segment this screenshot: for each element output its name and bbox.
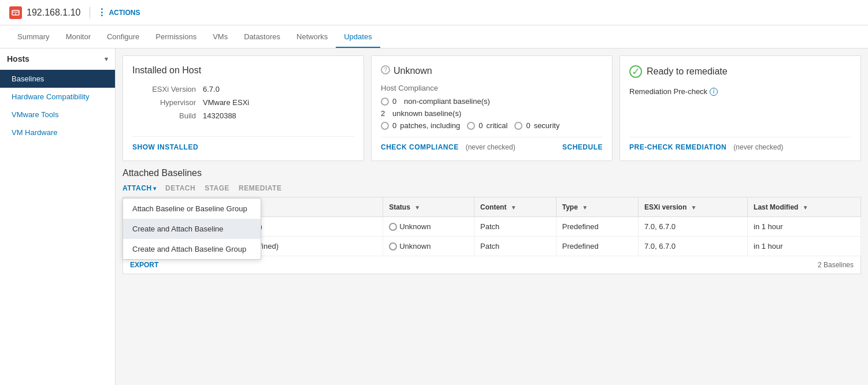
build-row: Build 14320388 (132, 111, 354, 120)
nav-tabs: Summary Monitor Configure Permissions VM… (0, 25, 868, 48)
col-type[interactable]: Type ▼ (556, 197, 638, 217)
security-count: 0 (526, 121, 530, 130)
type-filter-icon[interactable]: ▼ (582, 204, 588, 211)
row2-status: Unknown (383, 237, 474, 256)
col-content[interactable]: Content ▼ (474, 197, 557, 217)
unknown-card-body: Host Compliance 0 non-compliant baseline… (381, 84, 603, 130)
build-label: Build (132, 111, 196, 120)
sidebar-item-baselines[interactable]: Baselines (0, 70, 115, 88)
detach-button[interactable]: DETACH (165, 184, 195, 192)
non-compliant-label: non-compliant baseline(s) (404, 97, 490, 106)
tab-vms[interactable]: VMs (205, 27, 236, 48)
svg-point-2 (15, 13, 16, 14)
schedule-button[interactable]: SCHEDULE (562, 143, 603, 151)
attach-baseline-or-group-item[interactable]: Attach Baseline or Baseline Group (123, 199, 261, 219)
esxi-version-label: ESXi Version (132, 85, 196, 94)
remediate-card: ✓ Ready to remediate Remediation Pre-che… (620, 55, 861, 161)
hypervisor-label: Hypervisor (132, 98, 196, 107)
cards-row: Installed on Host ESXi Version 6.7.0 Hyp… (123, 55, 861, 161)
row2-esxi-version: 7.0, 6.7.0 (638, 237, 747, 256)
info-icon[interactable]: i (710, 88, 718, 96)
export-button[interactable]: EXPORT (130, 261, 158, 269)
sidebar: Hosts ▾ Baselines Hardware Compatibility… (0, 48, 116, 385)
sidebar-item-vm-hardware[interactable]: VM Hardware (0, 124, 115, 141)
sidebar-section-label: Hosts (7, 54, 29, 63)
patches-label: patches, including (400, 121, 460, 130)
check-compliance-button[interactable]: CHECK COMPLIANCE (381, 143, 459, 151)
row1-status: Unknown (383, 217, 474, 237)
row2-last-modified: in 1 hour (748, 237, 861, 256)
row1-last-modified: in 1 hour (748, 217, 861, 237)
attach-chevron-icon: ▾ (153, 185, 157, 192)
content-filter-icon[interactable]: ▼ (511, 204, 517, 211)
sidebar-item-vmware-tools[interactable]: VMware Tools (0, 106, 115, 124)
baselines-count: 2 Baselines (818, 261, 854, 269)
remediation-pre-check-label: Remediation Pre-check i (629, 87, 851, 96)
remediate-card-body: Remediation Pre-check i (629, 87, 851, 130)
remediate-never-checked: (never checked) (733, 143, 783, 151)
baselines-section-title: Attached Baselines (123, 168, 861, 178)
col-esxi-version[interactable]: ESXi version ▼ (638, 197, 747, 217)
col-content-label: Content (480, 203, 506, 211)
stage-button[interactable]: STAGE (205, 184, 229, 192)
esxi-version-filter-icon[interactable]: ▼ (691, 204, 697, 211)
col-esxi-version-label: ESXi version (644, 203, 687, 211)
actions-button[interactable]: ⋮ ACTIONS (97, 7, 140, 18)
show-installed-button[interactable]: SHOW INSTALLED (132, 143, 198, 151)
attach-dropdown: Attach Baseline or Baseline Group Create… (123, 198, 261, 260)
row1-status-text: Unknown (399, 222, 431, 231)
col-status[interactable]: Status ▼ (383, 197, 474, 217)
hypervisor-value: VMware ESXi (203, 98, 249, 107)
sidebar-section-hosts[interactable]: Hosts ▾ (0, 48, 115, 70)
row1-esxi-version: 7.0, 6.7.0 (638, 217, 747, 237)
row2-status-circle-icon (389, 242, 397, 251)
tab-datastores[interactable]: Datastores (236, 27, 288, 48)
unknown-count-row: 2 unknown baseline(s) (381, 109, 603, 118)
host-info-table: ESXi Version 6.7.0 Hypervisor VMware ESX… (132, 85, 354, 120)
attach-button[interactable]: ATTACH ▾ (123, 184, 156, 192)
unknown-count: 2 (381, 109, 389, 118)
installed-card-footer: SHOW INSTALLED (132, 136, 354, 151)
pre-check-remediation-button[interactable]: PRE-CHECK REMEDIATION (629, 143, 726, 151)
unknown-card-footer: CHECK COMPLIANCE (never checked) SCHEDUL… (381, 137, 603, 151)
row1-content: Patch (474, 217, 557, 237)
patches-circle-icon (381, 122, 389, 130)
col-last-modified-label: Last Modified (754, 203, 798, 211)
sidebar-item-hardware-compatibility[interactable]: Hardware Compatibility (0, 88, 115, 106)
baselines-section: Attached Baselines ATTACH ▾ DETACH STAGE… (123, 168, 861, 274)
remediation-label-text: Remediation Pre-check (629, 87, 707, 96)
create-and-attach-baseline-item[interactable]: Create and Attach Baseline (123, 219, 261, 239)
tab-permissions[interactable]: Permissions (147, 27, 205, 48)
check-compliance-area: CHECK COMPLIANCE (never checked) (381, 143, 515, 151)
tab-monitor[interactable]: Monitor (58, 27, 99, 48)
tab-networks[interactable]: Networks (288, 27, 336, 48)
host-ip: 192.168.1.10 (27, 8, 80, 18)
esxi-version-value: 6.7.0 (203, 85, 220, 94)
create-and-attach-baseline-group-item[interactable]: Create and Attach Baseline Group (123, 239, 261, 259)
svg-text:?: ? (384, 67, 387, 73)
check-circle-icon: ✓ (629, 65, 642, 78)
remediate-button[interactable]: REMEDIATE (239, 184, 281, 192)
chevron-down-icon: ▾ (105, 55, 108, 63)
col-status-label: Status (389, 203, 410, 211)
remediate-card-footer: PRE-CHECK REMEDIATION (never checked) (629, 137, 851, 151)
row2-status-text: Unknown (399, 242, 431, 251)
header: 192.168.1.10 ⋮ ACTIONS (0, 0, 868, 25)
col-last-modified[interactable]: Last Modified ▼ (748, 197, 861, 217)
row1-type: Predefined (556, 217, 638, 237)
patches-row: 0 patches, including 0 critical 0 securi… (381, 121, 603, 130)
row2-type: Predefined (556, 237, 638, 256)
baselines-toolbar: ATTACH ▾ DETACH STAGE REMEDIATE Attach B… (123, 184, 861, 192)
security-circle-icon (514, 122, 522, 130)
tab-updates[interactable]: Updates (336, 27, 380, 48)
row2-content: Patch (474, 237, 557, 256)
last-modified-filter-icon[interactable]: ▼ (803, 204, 808, 211)
patches-count: 0 (392, 121, 396, 130)
tab-configure[interactable]: Configure (99, 27, 147, 48)
pre-check-area: PRE-CHECK REMEDIATION (never checked) (629, 143, 783, 151)
status-filter-icon[interactable]: ▼ (414, 204, 420, 211)
non-compliant-row: 0 non-compliant baseline(s) (381, 97, 603, 106)
tab-summary[interactable]: Summary (9, 27, 58, 48)
non-compliant-circle-icon (381, 98, 389, 106)
actions-label: ACTIONS (109, 9, 140, 17)
